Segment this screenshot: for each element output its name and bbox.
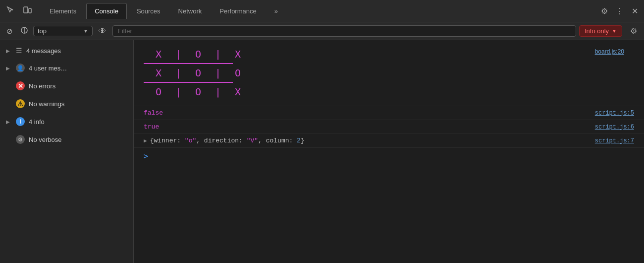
- ttt-row-1: X | O | X: [144, 46, 253, 62]
- ttt-cell-0-1: O: [183, 46, 213, 62]
- tab-console[interactable]: Console: [86, 3, 127, 19]
- close-icon[interactable]: ✕: [630, 4, 640, 18]
- sidebar-item-errors[interactable]: ▶ ✕ No errors: [0, 77, 133, 95]
- ttt-divider-v-2-1: |: [215, 84, 221, 100]
- expand-object-icon[interactable]: ▶: [144, 137, 147, 144]
- sidebar-item-info[interactable]: ▶ i 4 info: [0, 113, 133, 131]
- settings-icon[interactable]: ⚙: [599, 4, 610, 18]
- ttt-row-3: O | O | X: [144, 84, 253, 100]
- svg-rect-0: [24, 7, 28, 13]
- winner-value: "o": [185, 137, 196, 144]
- svg-rect-1: [29, 8, 31, 13]
- sidebar-item-warnings[interactable]: ▶ ⚠ No warnings: [0, 95, 133, 113]
- log-value-true: true: [144, 123, 595, 131]
- log-line-object: ▶ {winner: "o", direction: "V", column: …: [134, 134, 644, 148]
- console-toolbar: ⊘ top ▼ 👁 Info only ▼ ⚙: [0, 22, 644, 40]
- sidebar-item-messages[interactable]: ▶ ☰ 4 messages: [0, 42, 133, 59]
- tab-performance[interactable]: Performance: [212, 3, 264, 19]
- tab-bar: Elements Console Sources Network Perform…: [0, 0, 644, 22]
- eye-icon[interactable]: 👁: [96, 25, 109, 37]
- info-icon: i: [16, 117, 25, 126]
- board-output: X | O | X X | O | O: [134, 40, 644, 106]
- main-layout: ▶ ☰ 4 messages ▶ 👤 4 user mes… ▶ ✕ No er…: [0, 40, 644, 263]
- console-settings-icon[interactable]: ⚙: [627, 25, 640, 37]
- ttt-divider-v-1-0: |: [175, 65, 181, 81]
- column-value: 2: [297, 137, 301, 144]
- sidebar-label-info: 4 info: [29, 118, 127, 126]
- ttt-cell-0-0: X: [144, 46, 173, 62]
- console-output: X | O | X X | O | O: [134, 40, 644, 263]
- user-icon: 👤: [16, 64, 25, 72]
- ttt-cell-2-0: O: [144, 84, 173, 100]
- sidebar-item-user-messages[interactable]: ▶ 👤 4 user mes…: [0, 59, 133, 77]
- tab-sources[interactable]: Sources: [129, 3, 168, 19]
- ttt-divider-v-0-0: |: [175, 46, 181, 62]
- inspect-icon[interactable]: [4, 3, 17, 18]
- sidebar-item-verbose[interactable]: ▶ ⚙ No verbose: [0, 131, 133, 148]
- log-line-false: false script.js:5: [134, 106, 644, 120]
- messages-icon: ☰: [16, 47, 22, 55]
- ttt-divider-v-2-0: |: [175, 84, 181, 100]
- more-options-icon[interactable]: ⋮: [614, 4, 626, 18]
- ttt-cell-1-1: O: [183, 65, 213, 81]
- log-link-true[interactable]: script.js:6: [595, 124, 634, 131]
- prompt-caret: >: [144, 152, 148, 161]
- sidebar-label-errors: No errors: [29, 82, 127, 90]
- expand-arrow-user: ▶: [6, 66, 12, 71]
- board-source-link[interactable]: board.js:20: [595, 48, 624, 55]
- context-selector[interactable]: top ▼: [33, 26, 93, 36]
- verbose-icon: ⚙: [16, 135, 25, 144]
- expand-arrow-messages: ▶: [6, 48, 12, 54]
- sidebar-label-user: 4 user mes…: [29, 65, 127, 72]
- device-icon[interactable]: [21, 3, 34, 18]
- log-link-false[interactable]: script.js:5: [595, 110, 634, 117]
- clear-console-icon[interactable]: ⊘: [4, 25, 15, 37]
- filter-input[interactable]: [112, 25, 576, 37]
- ttt-board: X | O | X X | O | O: [144, 46, 253, 100]
- ttt-cell-0-2: X: [223, 46, 253, 62]
- info-only-label: Info only: [585, 27, 609, 35]
- sidebar-label-warnings: No warnings: [29, 100, 127, 108]
- console-sidebar: ▶ ☰ 4 messages ▶ 👤 4 user mes… ▶ ✕ No er…: [0, 40, 134, 263]
- console-prompt[interactable]: >: [134, 148, 644, 165]
- ttt-divider-v-0-1: |: [215, 46, 221, 62]
- context-dropdown-arrow: ▼: [83, 28, 88, 34]
- ttt-cell-2-2: X: [223, 84, 253, 100]
- log-value-false: false: [144, 109, 595, 117]
- ttt-cell-1-0: X: [144, 65, 173, 81]
- ttt-divider-v-1-1: |: [215, 65, 221, 81]
- devtools-icons: [4, 3, 34, 18]
- devtools-right-icons: ⚙ ⋮ ✕: [599, 4, 640, 18]
- sidebar-label-messages: 4 messages: [26, 47, 127, 55]
- tab-more[interactable]: »: [267, 3, 286, 19]
- error-icon: ✕: [16, 81, 25, 90]
- ttt-cell-1-2: O: [223, 65, 253, 81]
- log-line-true: true script.js:6: [134, 120, 644, 134]
- log-object-value: {winner: "o", direction: "V", column: 2}: [150, 137, 305, 144]
- tab-network[interactable]: Network: [170, 3, 210, 19]
- ttt-cell-2-1: O: [183, 84, 213, 100]
- info-only-button[interactable]: Info only ▼: [579, 25, 622, 37]
- filter-icon[interactable]: [18, 25, 30, 37]
- info-only-arrow: ▼: [612, 28, 617, 34]
- sidebar-label-verbose: No verbose: [29, 136, 127, 143]
- ttt-divider-h-2: [144, 82, 233, 83]
- tab-elements[interactable]: Elements: [42, 3, 84, 19]
- context-value: top: [38, 27, 47, 35]
- expand-arrow-info: ▶: [6, 119, 12, 125]
- log-link-object[interactable]: script.js:7: [595, 137, 634, 144]
- direction-value: "V": [247, 137, 258, 144]
- ttt-divider-h-1: [144, 63, 233, 64]
- warning-icon: ⚠: [16, 99, 25, 108]
- ttt-row-2: X | O | O: [144, 65, 253, 81]
